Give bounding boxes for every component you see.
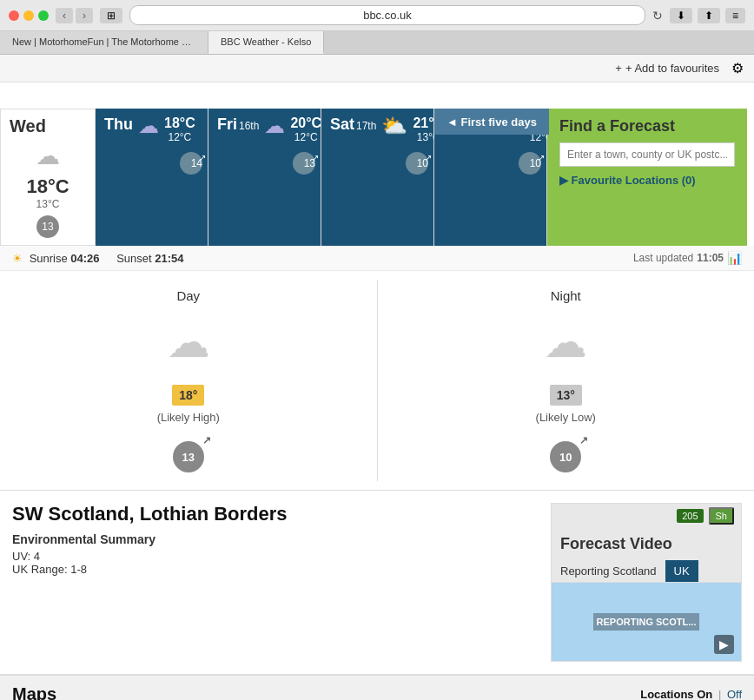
weather-icon-fri: ☁ — [264, 114, 285, 138]
graph-icon: 📊 — [727, 251, 742, 265]
day-card-fri[interactable]: Fri 16th ☁ 20°C 12°C 13 ↗ — [208, 109, 321, 246]
maps-header: Maps Locations On | Off — [0, 676, 754, 700]
day-name-sat: Sat — [327, 116, 354, 134]
add-to-favourites-button[interactable]: + + Add to favourites — [615, 62, 719, 75]
share-icon[interactable]: ⬆ — [698, 8, 720, 23]
day-card-thu[interactable]: Thu ☁ 18°C 12°C 14 ↗ — [96, 109, 208, 246]
maps-section: Maps Locations On | Off Kelso United Kin… — [0, 674, 754, 700]
day-temp-badge: 18° — [172, 385, 204, 406]
uv-label: UV: 4 — [12, 550, 533, 563]
tab-motorhome[interactable]: New | MotorhomeFun | The Motorhome Suppo… — [0, 31, 208, 54]
night-label: Night — [551, 288, 581, 303]
uk-range-label: UK Range: 1-8 — [12, 563, 533, 576]
close-btn[interactable] — [9, 10, 19, 21]
locations-sep: | — [718, 688, 721, 700]
weather-icon-sat: ⛅ — [381, 114, 407, 138]
reload-button[interactable]: ↻ — [652, 9, 663, 23]
day-low-thu: 12°C — [164, 131, 195, 143]
thumb-text: REPORTING SCOTL... — [593, 613, 700, 631]
day-night-section: Day ☁ 18° (Likely High) 13 Night ☁ 13° (… — [0, 271, 754, 491]
page-toolbar: + + Add to favourites ⚙ — [0, 55, 754, 83]
sunset-time: 21:54 — [155, 252, 183, 265]
tab-reporting-scotland[interactable]: Reporting Scotland — [552, 560, 665, 582]
sunrise-time: 04:26 — [70, 252, 99, 265]
sunrise-sunset: ☀ Sunrise 04:26 Sunset 21:54 — [12, 252, 184, 265]
tab-uk[interactable]: UK — [665, 560, 698, 582]
sidebar-button[interactable]: ⊞ — [100, 8, 122, 23]
location-name: SW Scotland, Lothian Borders — [12, 503, 533, 525]
address-bar[interactable]: bbc.co.uk — [129, 5, 645, 25]
night-cloud-icon: ☁ — [544, 317, 587, 367]
settings-button[interactable]: ⚙ — [731, 60, 744, 76]
day-date-sat: 17th — [356, 120, 376, 132]
env-heading: Environmental Summary — [12, 532, 533, 546]
wind-badge-sun: 10 ↗ — [519, 152, 541, 175]
forecast-header: ◄ First five days Wed ☁ 18°C 13°C 13 Thu… — [0, 109, 754, 246]
share-button[interactable]: Sh — [709, 507, 734, 525]
locations-off-button[interactable]: Off — [727, 688, 742, 700]
day-cloud-icon: ☁ — [167, 317, 210, 367]
sunrise-icon: ☀ — [12, 252, 23, 265]
wind-badge-wed: 13 — [36, 215, 59, 238]
wind-badge-sat: 10 ↗ — [406, 152, 428, 175]
share-row: 205 Sh — [552, 504, 741, 528]
weather-icon-thu: ☁ — [138, 114, 159, 138]
day-temp-thu: 18°C — [164, 116, 195, 131]
find-forecast-panel: Find a Forecast ▶ Favourite Locations (0… — [547, 109, 747, 246]
first-five-days-button[interactable]: ◄ First five days — [434, 109, 549, 135]
find-forecast-input[interactable] — [559, 142, 735, 167]
location-section: SW Scotland, Lothian Borders Environment… — [0, 491, 754, 662]
day-temp-wed: 18°C — [6, 175, 89, 198]
day-wind-circle: 13 — [173, 441, 204, 472]
nav-buttons: ‹ › — [56, 8, 93, 23]
browser-chrome: ‹ › ⊞ bbc.co.uk ↻ ⬇ ⬆ ≡ — [0, 0, 754, 31]
find-forecast-heading: Find a Forecast — [559, 117, 735, 135]
day-card-sat[interactable]: Sat 17th ⛅ 21°C 13°C 10 ↗ — [321, 109, 434, 246]
day-name-wed: Wed — [6, 116, 89, 136]
last-updated-label: Last updated — [633, 252, 693, 264]
add-fav-label: + Add to favourites — [625, 62, 719, 75]
favourite-locations-link[interactable]: ▶ Favourite Locations (0) — [559, 174, 735, 187]
day-name-thu: Thu — [101, 116, 133, 134]
night-temp-label: (Likely Low) — [536, 411, 596, 424]
tab-bbc-weather[interactable]: BBC Weather - Kelso — [208, 31, 324, 54]
sunrise-label: Sunrise — [30, 252, 68, 265]
tab-bar: New | MotorhomeFun | The Motorhome Suppo… — [0, 31, 754, 55]
minimize-btn[interactable] — [23, 10, 34, 21]
forecast-video-tabs: Reporting Scotland UK — [552, 560, 741, 583]
days-row: Wed ☁ 18°C 13°C 13 Thu ☁ 18°C 12°C — [0, 109, 754, 246]
menu-icon[interactable]: ≡ — [725, 8, 745, 23]
share-count-badge: 205 — [677, 509, 703, 523]
env-summary: Environmental Summary UV: 4 UK Range: 1-… — [12, 532, 533, 576]
day-label: Day — [176, 288, 200, 303]
last-updated: Last updated 11:05 📊 — [633, 251, 742, 265]
weather-icon-wed: ☁ — [6, 142, 89, 170]
download-icon[interactable]: ⬇ — [670, 8, 692, 23]
day-date-fri: 16th — [239, 120, 259, 132]
forecast-video-thumbnail[interactable]: REPORTING SCOTL... ▶ — [552, 583, 741, 661]
day-card-wed[interactable]: Wed ☁ 18°C 13°C 13 — [0, 109, 96, 246]
back-button[interactable]: ‹ — [56, 8, 73, 23]
wind-badge-thu: 14 ↗ — [180, 152, 202, 175]
traffic-lights — [9, 10, 49, 21]
forecast-video-header: Forecast Video — [552, 528, 741, 560]
fullscreen-btn[interactable] — [38, 10, 49, 21]
forward-button[interactable]: › — [76, 8, 93, 23]
maps-heading: Maps — [12, 684, 56, 700]
day-name-fri: Fri — [214, 116, 237, 134]
day-column: Day ☁ 18° (Likely High) 13 — [0, 280, 378, 481]
plus-icon: + — [615, 62, 622, 75]
forecast-video-heading: Forecast Video — [560, 535, 732, 553]
sun-bar: ☀ Sunrise 04:26 Sunset 21:54 Last update… — [0, 246, 754, 271]
night-wind-circle: 10 — [550, 441, 581, 472]
day-temp-label: (Likely High) — [157, 411, 220, 424]
night-temp-badge: 13° — [550, 385, 582, 406]
night-column: Night ☁ 13° (Likely Low) 10 — [378, 280, 755, 481]
day-low-fri: 12°C — [290, 131, 321, 143]
forecast-video-panel: 205 Sh Forecast Video Reporting Scotland… — [551, 503, 742, 662]
play-button[interactable]: ▶ — [714, 635, 734, 654]
locations-toggle: Locations On | Off — [640, 688, 742, 700]
wind-badge-fri: 13 ↗ — [293, 152, 315, 175]
first-five-days-label: ◄ First five days — [446, 116, 537, 129]
locations-on-label: Locations On — [640, 688, 712, 700]
